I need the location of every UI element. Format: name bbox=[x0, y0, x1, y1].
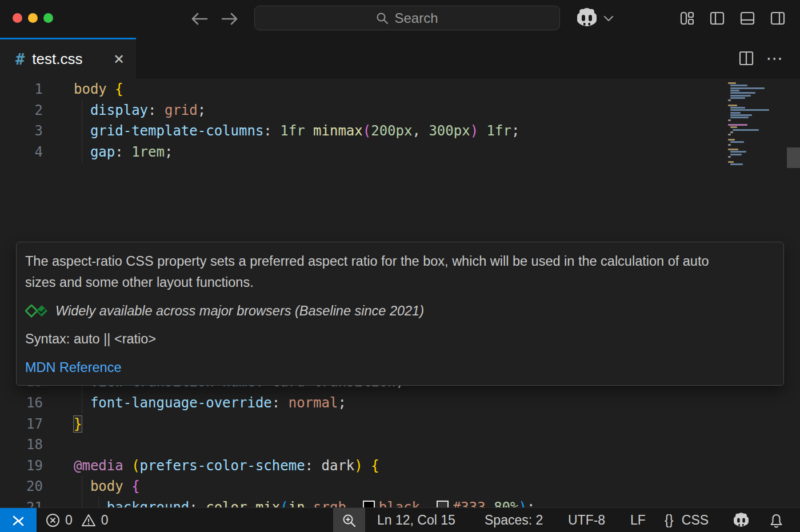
minimap-line bbox=[730, 85, 747, 86]
split-editor-button[interactable] bbox=[738, 50, 754, 66]
code-line-18[interactable]: 18 bbox=[0, 434, 800, 455]
tab-title: test.css bbox=[32, 50, 82, 68]
code-line-21[interactable]: 21 background: color-mix(in srgb, black,… bbox=[0, 497, 800, 507]
minimap-line bbox=[730, 87, 765, 89]
code-token: ; bbox=[511, 123, 519, 139]
code-line-19[interactable]: 19@media (prefers-color-scheme: dark) { bbox=[0, 455, 800, 477]
code-line-4[interactable]: 4 gap: 1rem; bbox=[0, 142, 800, 163]
tooltip-syntax: Syntax: auto || <ratio> bbox=[25, 331, 775, 347]
code-token bbox=[305, 499, 313, 507]
code-token: normal bbox=[289, 395, 338, 411]
minimap-line bbox=[730, 112, 741, 114]
code-token: { bbox=[115, 81, 123, 97]
code-token: ; bbox=[198, 102, 206, 118]
minimap[interactable] bbox=[725, 79, 786, 165]
color-swatch[interactable] bbox=[437, 501, 449, 507]
encoding-button[interactable]: UTF-8 bbox=[568, 508, 605, 532]
code-token bbox=[74, 144, 90, 160]
cursor-position-button[interactable]: Ln 12, Col 15 bbox=[377, 508, 455, 532]
minimap-line bbox=[730, 92, 755, 94]
language-mode-button[interactable]: {} CSS bbox=[665, 508, 709, 532]
eol-button[interactable]: LF bbox=[630, 508, 646, 532]
tooltip-doc-text-2: sizes and some other layout functions. bbox=[25, 272, 775, 293]
code-token: ) bbox=[354, 458, 362, 474]
code-line-16[interactable]: 16 font-language-override: normal; bbox=[0, 393, 800, 414]
customize-layout-icon bbox=[679, 10, 695, 26]
code-line-17[interactable]: 17} bbox=[0, 414, 800, 435]
toggle-panel-button[interactable] bbox=[739, 10, 755, 26]
code-token: 1fr bbox=[487, 123, 511, 139]
code-line-3[interactable]: 3 grid-template-columns: 1fr minmax(200p… bbox=[0, 121, 800, 142]
code-text: background: color-mix(in srgb, black, #3… bbox=[74, 497, 535, 507]
error-count: 0 bbox=[65, 513, 73, 528]
code-token: background bbox=[107, 499, 190, 507]
scrollbar-thumb[interactable] bbox=[787, 147, 800, 168]
code-token bbox=[74, 478, 90, 494]
code-token: prefers-color-scheme bbox=[140, 458, 305, 474]
code-token: in bbox=[289, 499, 305, 507]
code-token bbox=[305, 123, 313, 139]
mdn-reference-link[interactable]: MDN Reference bbox=[25, 360, 775, 375]
code-token bbox=[74, 395, 90, 411]
minimap-line bbox=[730, 107, 745, 109]
color-swatch[interactable] bbox=[363, 501, 375, 507]
customize-layout-button[interactable] bbox=[679, 10, 695, 26]
code-token: #333 bbox=[453, 499, 486, 507]
minimap-line bbox=[730, 141, 744, 143]
css-file-icon: # bbox=[15, 50, 25, 68]
minimap-line bbox=[730, 126, 737, 128]
minimap-line bbox=[733, 129, 759, 131]
code-token: : bbox=[115, 144, 131, 160]
line-number: 17 bbox=[0, 414, 43, 435]
indentation-button[interactable]: Spaces: 2 bbox=[485, 508, 543, 532]
maximize-window-button[interactable] bbox=[43, 13, 53, 23]
error-icon bbox=[46, 513, 60, 527]
code-token: 300px bbox=[429, 123, 470, 139]
code-text: body { bbox=[74, 79, 123, 100]
copilot-status-button[interactable] bbox=[732, 512, 750, 529]
code-token bbox=[74, 102, 90, 118]
code-text: @media (prefers-color-scheme: dark) { bbox=[74, 455, 379, 477]
close-tab-icon[interactable]: ✕ bbox=[113, 51, 125, 67]
toggle-primary-sidebar-button[interactable] bbox=[709, 10, 725, 26]
line-number: 4 bbox=[0, 142, 43, 163]
minimap-line bbox=[728, 99, 731, 101]
code-text: body { bbox=[74, 476, 140, 497]
minimap-line bbox=[730, 131, 733, 133]
hover-tooltip: The aspect-ratio CSS property sets a pre… bbox=[16, 242, 784, 386]
toggle-secondary-sidebar-button[interactable] bbox=[770, 10, 786, 26]
zoom-in-icon bbox=[342, 513, 357, 528]
tab-test-css[interactable]: # test.css ✕ bbox=[0, 38, 136, 79]
navigate-back-button[interactable] bbox=[189, 9, 210, 29]
arrow-left-icon bbox=[191, 11, 208, 26]
minimap-line bbox=[730, 90, 739, 91]
code-token bbox=[486, 499, 494, 507]
search-input[interactable]: Search bbox=[254, 6, 560, 30]
tooltip-doc-text: The aspect-ratio CSS property sets a pre… bbox=[25, 251, 775, 272]
code-line-2[interactable]: 2 display: grid; bbox=[0, 100, 800, 121]
copilot-icon bbox=[732, 512, 750, 529]
editor-more-actions-button[interactable]: ⋯ bbox=[765, 49, 785, 66]
baseline-text: Widely available across major browsers (… bbox=[55, 303, 424, 319]
notifications-button[interactable] bbox=[769, 513, 784, 529]
copilot-menu-button[interactable] bbox=[575, 7, 614, 29]
minimize-window-button[interactable] bbox=[28, 13, 38, 23]
code-token: ) bbox=[519, 499, 527, 507]
code-line-20[interactable]: 20 body { bbox=[0, 476, 800, 497]
editor-code-area[interactable]: 1body {2 display: grid;3 grid-template-c… bbox=[0, 79, 800, 507]
code-token: } bbox=[74, 416, 82, 432]
code-token: : bbox=[148, 102, 165, 118]
code-line-1[interactable]: 1body { bbox=[0, 79, 800, 100]
close-window-button[interactable] bbox=[13, 13, 22, 23]
minimap-line bbox=[730, 109, 769, 111]
navigate-forward-button[interactable] bbox=[219, 9, 240, 29]
code-token: , bbox=[412, 123, 429, 139]
code-token: ( bbox=[131, 458, 139, 474]
code-token: @media bbox=[74, 458, 123, 474]
zoom-status-button[interactable] bbox=[333, 508, 365, 532]
code-token: : bbox=[305, 458, 322, 474]
code-token: display bbox=[90, 102, 148, 118]
problems-button[interactable]: 0 0 bbox=[46, 508, 109, 532]
code-token: 1fr bbox=[280, 123, 305, 139]
remote-indicator-button[interactable] bbox=[0, 508, 37, 532]
